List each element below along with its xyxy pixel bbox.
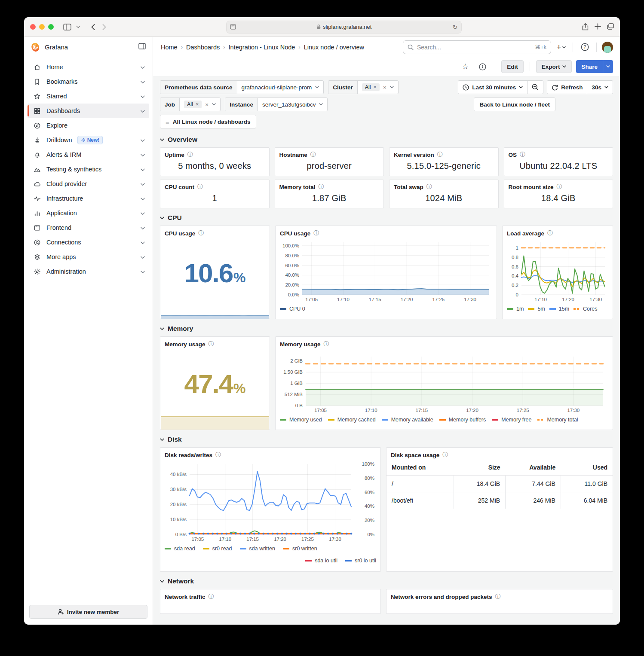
chevron-down-icon[interactable] (141, 78, 145, 85)
sidebar-item-connections[interactable]: Connections (28, 235, 149, 250)
breadcrumb-item[interactable]: Integration - Linux Node (229, 44, 295, 51)
legend-item[interactable]: Memory buffers (439, 417, 486, 423)
new-tab-icon[interactable] (595, 23, 601, 31)
browser-sidebar-icon[interactable] (61, 21, 73, 33)
legend-item[interactable]: 15m (549, 306, 569, 312)
legend-item[interactable]: 1m (507, 306, 524, 312)
sidebar-item-alerts-irm[interactable]: Alerts & IRM (28, 147, 149, 162)
info-icon[interactable]: ⓘ (426, 183, 432, 191)
legend-item[interactable]: Memory available (382, 417, 433, 423)
stat-panel-memory-total[interactable]: Memory totalⓘ1.87 GiB (275, 180, 384, 208)
column-header[interactable]: Used (561, 460, 613, 476)
memory-usage-chart[interactable]: 17:0517:1017:1517:2017:2517:300 B512 MiB… (279, 353, 607, 413)
address-bar[interactable]: sliplane.grafana.net ↻ (226, 21, 462, 34)
sidebar-item-dashboards[interactable]: Dashboards (28, 104, 149, 118)
sidebar-item-more-apps[interactable]: More apps (28, 250, 149, 264)
close-window-button[interactable] (30, 24, 36, 30)
remove-chip-icon[interactable]: × (196, 101, 199, 107)
legend-item[interactable]: 5m (528, 306, 545, 312)
legend-item[interactable]: Memory cached (328, 417, 376, 423)
info-icon[interactable]: ⓘ (209, 593, 214, 601)
sidebar-item-administration[interactable]: Administration (28, 264, 149, 279)
section-disk[interactable]: Disk (160, 432, 613, 447)
help-icon[interactable]: ? (578, 41, 591, 54)
instance-value[interactable]: server_1a3ufgsoibcv (258, 98, 328, 111)
info-icon[interactable]: ⓘ (547, 229, 553, 237)
stat-panel-root-mount-size[interactable]: Root mount sizeⓘ18.4 GiB (504, 180, 613, 208)
user-avatar[interactable] (602, 42, 613, 53)
sidebar-item-infrastructure[interactable]: Infrastructure (28, 191, 149, 206)
info-icon[interactable]: ⓘ (442, 451, 448, 459)
info-icon[interactable]: ⓘ (319, 183, 324, 191)
info-icon[interactable]: ⓘ (197, 183, 203, 191)
chevron-down-icon[interactable] (141, 180, 145, 187)
clear-filter-icon[interactable]: × (205, 101, 209, 108)
sidebar-item-starred[interactable]: Starred (28, 89, 149, 104)
breadcrumb-item[interactable]: Dashboards (186, 44, 220, 51)
cluster-chip[interactable]: All× (362, 83, 380, 91)
job-chip[interactable]: All× (184, 101, 202, 108)
sidebar-item-explore[interactable]: Explore (28, 118, 149, 133)
info-icon[interactable]: ⓘ (187, 151, 193, 159)
panel-load-average[interactable]: Load averageⓘ 17:1017:2017:3000.20.40.60… (502, 226, 613, 319)
section-network[interactable]: Network (160, 574, 613, 589)
sidebar-item-bookmarks[interactable]: Bookmarks (28, 74, 149, 89)
datasource-value[interactable]: grafanacloud-sliplane-prom (237, 81, 324, 94)
dock-sidebar-icon[interactable] (138, 43, 146, 51)
panel-cpu-usage-timeseries[interactable]: CPU usageⓘ 17:0517:1017:1517:2017:2517:3… (275, 226, 497, 319)
edit-button[interactable]: Edit (501, 60, 524, 73)
back-button[interactable] (87, 21, 98, 33)
stat-panel-hostname[interactable]: Hostnameⓘprod-server (275, 147, 384, 176)
back-to-fleet-button[interactable]: Back to Linux node / fleet (474, 98, 555, 111)
search-input[interactable] (417, 44, 531, 51)
chevron-down-icon[interactable] (141, 151, 145, 158)
legend-item[interactable]: sda io util (305, 558, 337, 564)
all-dashboards-button[interactable]: ≡ All Linux node / dashboards (160, 115, 256, 128)
chevron-down-icon[interactable] (141, 93, 145, 100)
disk-reads-writes-chart[interactable]: 17:0517:1017:1517:2017:2517:300 B/s10 kB… (164, 461, 376, 542)
load-average-chart[interactable]: 17:1017:2017:3000.20.40.60.81 (506, 239, 608, 302)
sidebar-item-cloud-provider[interactable]: Cloud provider (28, 177, 149, 191)
section-cpu[interactable]: CPU (160, 210, 613, 226)
legend-item[interactable]: Cores (573, 306, 597, 312)
panel-network-errors[interactable]: Network errors and dropped packetsⓘ (386, 589, 613, 614)
panel-memory-usage-gauge[interactable]: Memory usageⓘ 47.4% (160, 336, 270, 430)
minimize-window-button[interactable] (39, 24, 45, 30)
tab-overview-icon[interactable] (607, 23, 614, 31)
clear-filter-icon[interactable]: × (383, 84, 386, 91)
legend-item[interactable]: sda read (165, 546, 195, 552)
share-menu-button[interactable] (603, 60, 613, 73)
refresh-button[interactable]: Refresh (547, 81, 587, 94)
panel-cpu-usage-gauge[interactable]: CPU usageⓘ 10.6% (160, 226, 270, 319)
sidebar-item-testing-synthetics[interactable]: Testing & synthetics (28, 162, 149, 177)
reload-icon[interactable]: ↻ (453, 24, 458, 31)
info-icon[interactable]: ⓘ (495, 593, 501, 601)
legend-item[interactable]: sr0 read (203, 546, 232, 552)
sidebar-item-home[interactable]: Home (28, 60, 149, 74)
info-icon[interactable]: ⓘ (557, 183, 562, 191)
reader-view-icon[interactable] (230, 24, 236, 30)
stat-panel-kernel-version[interactable]: Kernel versionⓘ5.15.0-125-generic (389, 147, 499, 176)
time-range-picker[interactable]: Last 30 minutes (458, 81, 527, 94)
info-icon[interactable]: ⓘ (215, 451, 221, 459)
section-memory[interactable]: Memory (160, 321, 613, 336)
chevron-down-icon[interactable] (141, 268, 145, 275)
legend-item[interactable]: CPU 0 (280, 306, 305, 312)
forward-button[interactable] (98, 21, 110, 33)
info-icon[interactable]: ⓘ (520, 151, 525, 159)
info-icon[interactable]: ⓘ (313, 229, 319, 237)
stat-panel-uptime[interactable]: Uptimeⓘ5 months, 0 weeks (160, 147, 270, 176)
dashboard-info-icon[interactable] (476, 60, 489, 73)
refresh-interval-picker[interactable]: 30s (587, 81, 613, 94)
column-header[interactable]: Mounted on (386, 460, 454, 476)
info-icon[interactable]: ⓘ (310, 151, 316, 159)
chevron-down-icon[interactable] (141, 224, 145, 231)
remove-chip-icon[interactable]: × (374, 84, 377, 90)
chevron-down-icon[interactable] (141, 210, 145, 217)
star-dashboard-icon[interactable]: ☆ (459, 60, 472, 73)
share-page-icon[interactable] (582, 23, 589, 31)
panel-disk-reads-writes[interactable]: Disk reads/writesⓘ 17:0517:1017:1517:201… (160, 447, 381, 572)
legend-item[interactable]: sda written (240, 546, 275, 552)
column-header[interactable]: Size (454, 460, 505, 476)
section-overview[interactable]: Overview (160, 132, 613, 147)
